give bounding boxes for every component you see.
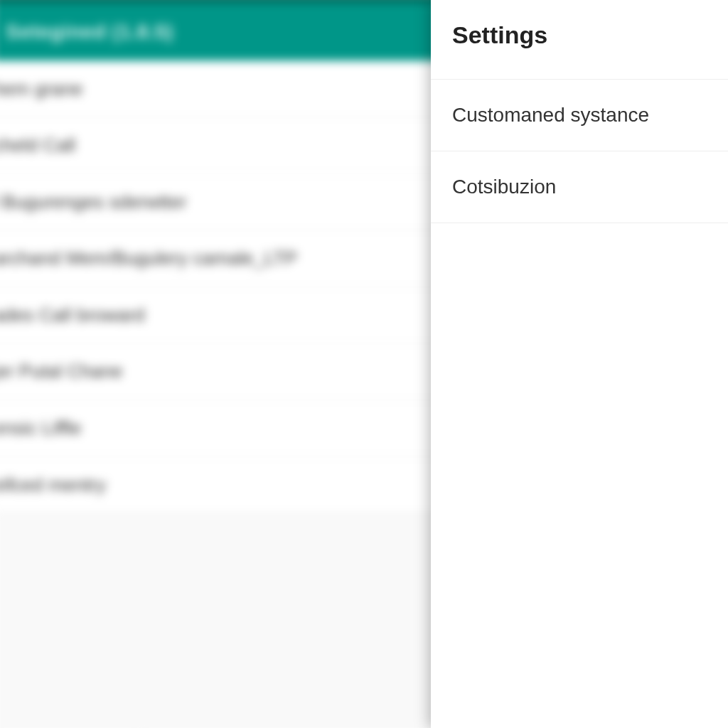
settings-panel: Settings Customaned systance Cotsibuzion [431, 0, 728, 728]
settings-item-cotsibuzion[interactable]: Cotsibuzion [431, 151, 728, 223]
settings-item-customaned[interactable]: Customaned systance [431, 80, 728, 151]
settings-title: Settings [431, 0, 728, 80]
